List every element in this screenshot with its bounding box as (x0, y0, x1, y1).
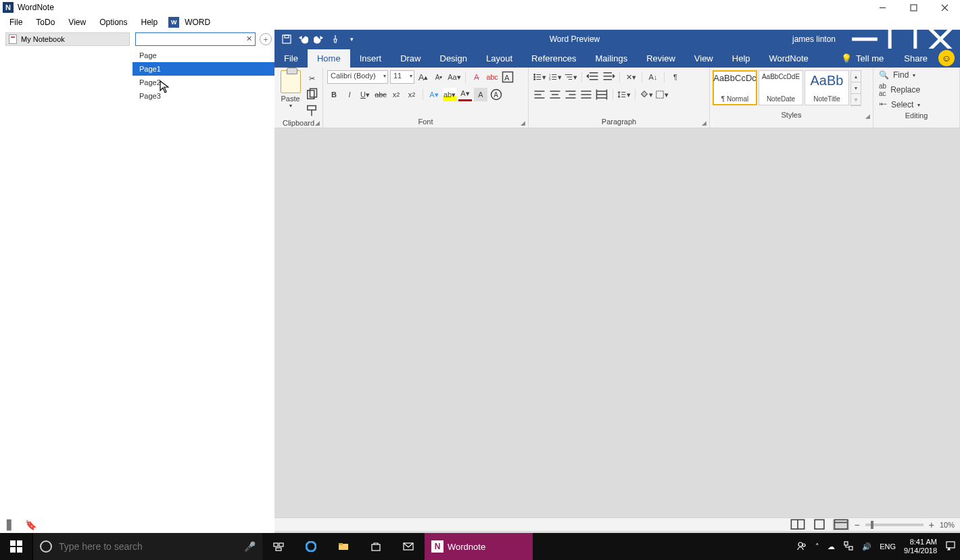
style-notetitle[interactable]: AaBb NoteTitle (805, 70, 849, 105)
numbering-icon[interactable]: 123▾ (548, 70, 562, 84)
page-item-2[interactable]: Page2 (133, 76, 274, 89)
undo-icon[interactable] (297, 34, 308, 45)
taskbar-edge-icon[interactable] (295, 533, 327, 560)
tray-chevron-up-icon[interactable]: ˄ (815, 542, 819, 551)
word-close-button[interactable] (925, 30, 956, 49)
borders-icon[interactable]: ▾ (655, 88, 669, 101)
taskbar-explorer-icon[interactable] (327, 533, 360, 560)
web-layout-icon[interactable] (833, 519, 849, 530)
text-effects-icon[interactable]: A▾ (427, 88, 441, 101)
decrease-indent-icon[interactable] (586, 70, 600, 84)
notebook-selector[interactable]: My Notebook (5, 32, 130, 46)
tab-insert[interactable]: Insert (350, 49, 391, 68)
style-normal[interactable]: AaBbCcDc ¶ Normal (713, 70, 757, 105)
redo-icon[interactable] (314, 34, 325, 45)
align-center-icon[interactable] (548, 88, 562, 101)
qat-dropdown-icon[interactable]: ▾ (346, 34, 357, 45)
align-left-icon[interactable] (533, 88, 546, 101)
sort-icon[interactable]: A↓ (646, 70, 660, 84)
increase-indent-icon[interactable] (602, 70, 615, 84)
tab-design[interactable]: Design (431, 49, 477, 68)
paragraph-dialog-launcher-icon[interactable]: ◢ (702, 120, 706, 126)
multilevel-list-icon[interactable]: ▾ (564, 70, 577, 84)
zoom-slider[interactable] (865, 524, 923, 526)
tray-network-icon[interactable] (843, 540, 854, 553)
font-size-selector[interactable]: 11▾ (390, 70, 414, 84)
add-page-button[interactable]: ＋ (260, 33, 272, 45)
tab-wordnote[interactable]: WordNote (760, 49, 818, 68)
page-item-1[interactable]: Page1 (133, 62, 274, 76)
close-button[interactable] (929, 0, 960, 15)
maximize-button[interactable] (898, 0, 929, 15)
zoom-value[interactable]: 10% (940, 521, 955, 529)
tag-icon[interactable]: 🔖 (25, 519, 37, 530)
italic-icon[interactable]: I (343, 88, 356, 101)
taskbar-search-input[interactable] (59, 541, 237, 552)
zoom-in-icon[interactable]: + (929, 519, 934, 530)
word-user-name[interactable]: james linton (792, 34, 836, 44)
clear-formatting-icon[interactable]: A̶ (470, 70, 483, 84)
taskbar-mail-icon[interactable] (392, 533, 425, 560)
highlight-icon[interactable]: ab▾ (443, 88, 456, 101)
word-document-canvas[interactable] (274, 128, 960, 517)
read-mode-icon[interactable] (790, 519, 806, 530)
styles-gallery-scroll[interactable]: ▴▾▿ (850, 70, 861, 106)
save-icon[interactable] (281, 34, 292, 45)
replace-button[interactable]: abacReplace (879, 82, 954, 97)
grow-font-icon[interactable]: A▴ (416, 70, 430, 84)
font-name-selector[interactable]: Calibri (Body)▾ (327, 70, 388, 84)
taskbar-wordnote[interactable]: N Wordnote (425, 533, 533, 560)
tab-review[interactable]: Review (637, 49, 685, 68)
taskbar-search[interactable]: 🎤 (32, 533, 262, 560)
paste-dropdown-icon[interactable]: ▾ (289, 103, 292, 109)
tray-onedrive-icon[interactable]: ☁ (827, 542, 835, 551)
menu-todo[interactable]: ToDo (30, 16, 60, 28)
menu-word[interactable]: WORD (185, 18, 210, 27)
align-right-icon[interactable] (564, 88, 577, 101)
tab-layout[interactable]: Layout (477, 49, 522, 68)
task-view-icon[interactable] (262, 533, 295, 560)
superscript-icon[interactable]: x2 (405, 88, 418, 101)
tab-view[interactable]: View (685, 49, 723, 68)
tab-references[interactable]: References (522, 49, 585, 68)
font-dialog-launcher-icon[interactable]: ◢ (521, 120, 525, 126)
find-button[interactable]: 🔍Find▾ (879, 70, 954, 80)
enclose-char-icon[interactable]: A (489, 88, 503, 101)
touch-mode-icon[interactable] (330, 34, 341, 45)
paste-button[interactable]: Paste ▾ (279, 70, 302, 109)
share-button[interactable]: Share (892, 49, 936, 68)
tab-home[interactable]: Home (308, 49, 350, 68)
underline-icon[interactable]: U▾ (358, 88, 372, 101)
line-spacing-icon[interactable]: ▾ (617, 88, 631, 101)
cut-icon[interactable]: ✂ (305, 72, 318, 85)
subscript-icon[interactable]: x2 (389, 88, 403, 101)
font-color-icon[interactable]: A▾ (458, 88, 472, 101)
phonetic-guide-icon[interactable]: abc (485, 70, 499, 84)
format-painter-icon[interactable] (305, 104, 318, 118)
word-maximize-button[interactable] (887, 30, 918, 49)
strikethrough-icon[interactable]: abc (374, 88, 387, 101)
word-minimize-button[interactable] (849, 30, 880, 49)
bullets-icon[interactable]: ▾ (533, 70, 546, 84)
tab-draw[interactable]: Draw (391, 49, 430, 68)
menu-options[interactable]: Options (94, 16, 133, 28)
clear-search-icon[interactable]: ✕ (246, 34, 252, 43)
tray-clock[interactable]: 8:41 AM 9/14/2018 (904, 538, 937, 555)
tray-language[interactable]: ENG (880, 542, 896, 551)
print-layout-icon[interactable] (811, 519, 827, 530)
tab-file[interactable]: File (274, 49, 308, 68)
tray-volume-icon[interactable]: 🔊 (862, 542, 871, 551)
menu-file[interactable]: File (4, 16, 28, 28)
char-shading-icon[interactable]: A (474, 88, 487, 101)
copy-icon[interactable] (305, 88, 318, 101)
tab-mailings[interactable]: Mailings (586, 49, 638, 68)
book-icon[interactable]: ▋ (7, 519, 14, 530)
styles-dialog-launcher-icon[interactable]: ◢ (865, 113, 870, 120)
page-item-3[interactable]: Page3 (133, 89, 274, 103)
distributed-icon[interactable] (595, 88, 608, 101)
tray-action-center-icon[interactable] (945, 540, 956, 553)
justify-icon[interactable] (579, 88, 593, 101)
feedback-smiley-icon[interactable]: ☺ (938, 50, 955, 66)
microphone-icon[interactable]: 🎤 (244, 541, 256, 552)
tab-help[interactable]: Help (723, 49, 760, 68)
